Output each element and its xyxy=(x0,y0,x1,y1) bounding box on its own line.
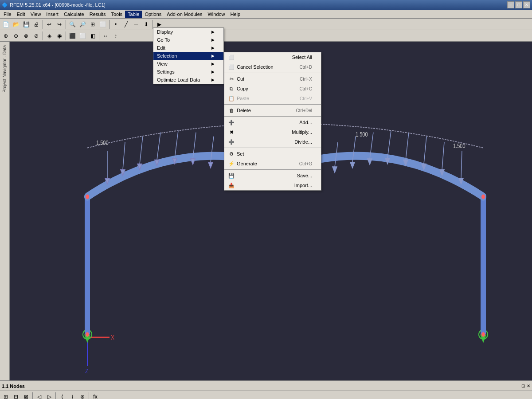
tb-line[interactable]: ╱ xyxy=(121,20,131,29)
delete-item[interactable]: 🗑 Delete Ctrl+Del xyxy=(224,106,321,115)
menu-view[interactable]: View xyxy=(28,11,44,18)
minimize-button[interactable]: − xyxy=(507,1,514,8)
paste-item[interactable]: 📋 Paste Ctrl+V xyxy=(224,94,321,103)
menu-view-item[interactable]: View ▶ xyxy=(153,60,223,68)
svg-text:Z: Z xyxy=(85,367,89,375)
tb-zoom-out[interactable]: 🔎 xyxy=(78,20,87,29)
tb-new[interactable]: 📄 xyxy=(1,20,11,29)
svg-point-52 xyxy=(86,194,89,199)
sep-1 xyxy=(224,73,321,73)
maximize-button[interactable]: □ xyxy=(515,1,522,8)
close-bottom-button[interactable]: ✕ xyxy=(527,383,530,388)
menu-optimize[interactable]: Optimize Load Data ▶ xyxy=(153,76,223,84)
add-item[interactable]: ➕ Add... xyxy=(224,117,321,127)
menu-goto[interactable]: Go To ▶ xyxy=(153,36,223,44)
menu-table[interactable]: Table xyxy=(125,11,142,18)
select-all-item[interactable]: ⬜ Select All xyxy=(224,52,321,62)
ttb-2[interactable]: ⊟ xyxy=(11,392,21,399)
tb2-1[interactable]: ⊕ xyxy=(1,31,11,41)
tb-undo[interactable]: ↩ xyxy=(44,20,54,29)
tb2-10[interactable]: ↔ xyxy=(101,31,110,41)
menu-selection[interactable]: Selection ▶ xyxy=(153,52,223,60)
ttb-fx[interactable]: fx xyxy=(90,392,100,399)
titlebar-title: 🔷 RFEM 5.25.01 x64 - [00698-model-file, … xyxy=(2,2,106,8)
multiply-label: Multiply... xyxy=(292,129,312,135)
svg-text:1.500: 1.500 xyxy=(453,142,466,149)
divide-item[interactable]: ➗ Divide... xyxy=(224,137,321,147)
menu-options[interactable]: Options xyxy=(142,11,164,18)
tb2-9[interactable]: ◧ xyxy=(88,31,98,41)
tb-zoom-in[interactable]: 🔍 xyxy=(67,20,77,29)
copy-label: Copy xyxy=(237,86,290,91)
tb-open[interactable]: 📂 xyxy=(11,20,21,29)
menu-file[interactable]: File xyxy=(1,11,14,18)
app-icon: 🔷 xyxy=(2,2,8,8)
tb-select[interactable]: ⬜ xyxy=(98,20,108,29)
edit-arrow: ▶ xyxy=(211,46,215,50)
tb-print[interactable]: 🖨 xyxy=(31,20,41,29)
copy-item[interactable]: ⧉ Copy Ctrl+C xyxy=(224,84,321,94)
menu-results[interactable]: Results xyxy=(87,11,109,18)
divide-label: Divide... xyxy=(294,139,312,145)
set-item[interactable]: ⚙ Set xyxy=(224,149,321,159)
menu-calculate[interactable]: Calculate xyxy=(61,11,87,18)
dock-button[interactable]: ⊡ xyxy=(521,383,525,388)
ttb-5[interactable]: ▷ xyxy=(44,392,54,399)
svg-text:1.500: 1.500 xyxy=(96,139,109,147)
cancel-selection-item[interactable]: ⬜ Cancel Selection Ctrl+D xyxy=(224,62,321,72)
save-label: Save... xyxy=(297,173,312,178)
add-label: Add... xyxy=(299,120,312,125)
goto-arrow: ▶ xyxy=(211,38,215,42)
tb-redo[interactable]: ↪ xyxy=(55,20,64,29)
tb-save[interactable]: 💾 xyxy=(21,20,31,29)
import-item[interactable]: 📥 Import... xyxy=(224,180,321,190)
menu-addon[interactable]: Add-on Modules xyxy=(164,11,205,18)
ttb-1[interactable]: ⊞ xyxy=(1,392,11,399)
multiply-item[interactable]: ✖ Multiply... xyxy=(224,127,321,137)
menu-help[interactable]: Help xyxy=(228,11,243,18)
generate-item[interactable]: ⚡ Generate Ctrl+G xyxy=(224,159,321,168)
selection-submenu[interactable]: ⬜ Select All ⬜ Cancel Selection Ctrl+D ✂… xyxy=(224,52,321,191)
ttb-4[interactable]: ◁ xyxy=(34,392,44,399)
sep2-2 xyxy=(66,31,66,40)
generate-label: Generate xyxy=(237,161,290,166)
ttb-7[interactable]: ⟩ xyxy=(67,392,77,399)
menu-tools[interactable]: Tools xyxy=(108,11,125,18)
edit-label: Edit xyxy=(157,45,165,51)
tb2-2[interactable]: ⊖ xyxy=(11,31,21,41)
menu-display[interactable]: Display ▶ xyxy=(153,28,223,36)
tb-zoom-fit[interactable]: ⊞ xyxy=(88,20,98,29)
sep2-1 xyxy=(43,31,43,40)
tb2-7[interactable]: ⬛ xyxy=(67,31,77,41)
side-navigator: Project Navigator - Data xyxy=(0,42,10,380)
sep-2 xyxy=(66,20,66,29)
cut-item[interactable]: ✂ Cut Ctrl+X xyxy=(224,74,321,84)
copy-shortcut: Ctrl+C xyxy=(299,86,312,91)
tb2-11[interactable]: ↕ xyxy=(111,31,121,41)
cut-icon: ✂ xyxy=(228,75,235,82)
table-dropdown[interactable]: Display ▶ Go To ▶ Edit ▶ Selection ▶ Vie… xyxy=(153,27,224,84)
tb2-6[interactable]: ◉ xyxy=(55,31,64,41)
tb-node[interactable]: • xyxy=(111,20,121,29)
ttb-3[interactable]: ⊠ xyxy=(21,392,31,399)
ttb-8[interactable]: ⊗ xyxy=(78,392,87,399)
menu-window[interactable]: Window xyxy=(205,11,227,18)
tb2-3[interactable]: ⊗ xyxy=(21,31,31,41)
view-arrow: ▶ xyxy=(211,62,215,66)
menu-edit[interactable]: Edit xyxy=(14,11,28,18)
menu-settings[interactable]: Settings ▶ xyxy=(153,68,223,76)
bottom-toolbar-left: 1.1 Nodes xyxy=(2,383,25,389)
tb2-8[interactable]: ⬜ xyxy=(78,31,87,41)
save-item[interactable]: 💾 Save... xyxy=(224,171,321,180)
tb-member[interactable]: ═ xyxy=(131,20,141,29)
sep-3 xyxy=(224,116,321,117)
menu-insert[interactable]: Insert xyxy=(43,11,61,18)
close-button[interactable]: ✕ xyxy=(523,1,530,8)
ttb-6[interactable]: ⟨ xyxy=(57,392,67,399)
sep-5 xyxy=(224,169,321,170)
tb2-5[interactable]: ◈ xyxy=(44,31,54,41)
menu-edit-item[interactable]: Edit ▶ xyxy=(153,44,223,52)
tb2-4[interactable]: ⊘ xyxy=(31,31,41,41)
cancel-selection-icon: ⬜ xyxy=(228,63,235,70)
tb-load[interactable]: ⬇ xyxy=(141,20,151,29)
